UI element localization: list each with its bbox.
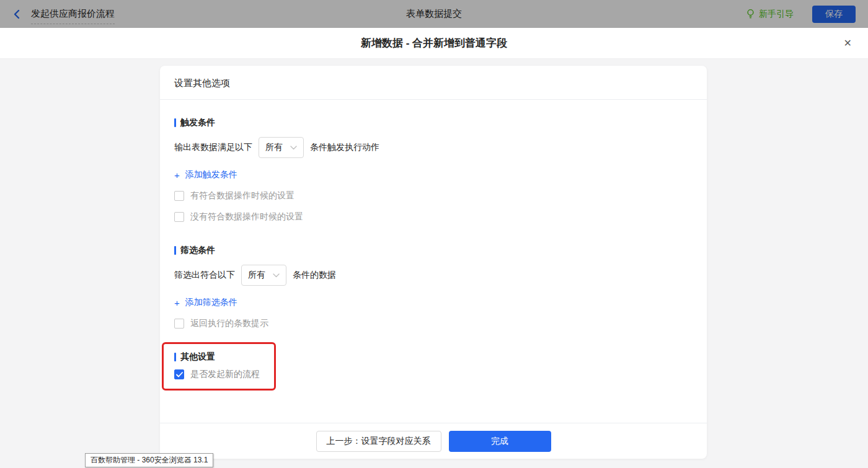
chevron-down-icon (273, 273, 280, 278)
add-trigger-condition-link[interactable]: + 添加触发条件 (174, 169, 237, 180)
accent-bar-icon (174, 246, 176, 255)
checkbox-count-tip-label: 返回执行的条数提示 (190, 318, 268, 329)
save-button[interactable]: 保存 (812, 6, 856, 23)
trigger-section-label: 触发条件 (180, 117, 215, 128)
checkbox-icon (174, 319, 184, 329)
checkbox-has-match[interactable]: 有符合数据操作时候的设置 (174, 190, 294, 201)
filter-condition-row: 筛选出符合以下 所有 条件的数据 (174, 265, 693, 286)
lightbulb-icon (746, 9, 755, 19)
options-card: 设置其他选项 触发条件 输出表数据满足以下 所有 条件触发执行动作 + (160, 66, 707, 459)
trigger-select-value: 所有 (265, 142, 283, 153)
annotation-red-box: 其他设置 是否发起新的流程 (162, 342, 276, 391)
modal-header: 新增数据 - 合并新增到普通字段 ✕ (0, 28, 868, 59)
add-filter-condition-link[interactable]: + 添加筛选条件 (174, 297, 237, 308)
filter-section-label: 筛选条件 (180, 245, 215, 256)
topbar-right: 新手引导 保存 (746, 6, 856, 23)
plus-icon: + (174, 170, 180, 180)
filter-match-select[interactable]: 所有 (241, 265, 286, 286)
card-content: 触发条件 输出表数据满足以下 所有 条件触发执行动作 + 添加触发条件 有符 (160, 100, 707, 423)
other-section-title: 其他设置 (174, 351, 274, 363)
accent-bar-icon (174, 353, 176, 361)
trigger-row-suffix: 条件触发执行动作 (310, 142, 379, 153)
checkbox-no-match[interactable]: 没有符合数据操作时候的设置 (174, 211, 303, 223)
screen: 发起供应商报价流程 表单数据提交 新手引导 保存 新增数据 - 合并新增到普通字… (0, 0, 868, 468)
filter-section-title: 筛选条件 (174, 245, 693, 256)
beginner-guide-button[interactable]: 新手引导 (746, 9, 794, 20)
checkbox-icon (174, 212, 184, 222)
checkbox-start-new-flow[interactable]: 是否发起新的流程 (174, 369, 260, 380)
checkbox-start-new-flow-label: 是否发起新的流程 (190, 369, 260, 380)
trigger-section-title: 触发条件 (174, 117, 693, 128)
card-footer: 上一步：设置字段对应关系 完成 (160, 423, 707, 459)
topbar: 发起供应商报价流程 表单数据提交 新手引导 保存 (0, 0, 868, 28)
previous-step-button[interactable]: 上一步：设置字段对应关系 (316, 431, 441, 452)
topbar-left: 发起供应商报价流程 (12, 6, 115, 22)
plus-icon: + (174, 298, 180, 307)
modal-body: 设置其他选项 触发条件 输出表数据满足以下 所有 条件触发执行动作 + (0, 59, 868, 468)
add-filter-label: 添加筛选条件 (185, 297, 237, 308)
back-icon[interactable] (12, 9, 21, 19)
page-title: 表单数据提交 (0, 8, 868, 20)
checkbox-count-tip[interactable]: 返回执行的条数提示 (174, 318, 268, 329)
modal-title: 新增数据 - 合并新增到普通字段 (361, 36, 507, 50)
card-header: 设置其他选项 (160, 66, 707, 100)
add-trigger-label: 添加触发条件 (185, 169, 237, 180)
accent-bar-icon (174, 118, 176, 127)
checkbox-checked-icon (174, 369, 184, 379)
flow-title[interactable]: 发起供应商报价流程 (31, 8, 115, 24)
filter-row-suffix: 条件的数据 (293, 270, 336, 281)
filter-row-prefix: 筛选出符合以下 (174, 270, 235, 281)
checkbox-icon (174, 191, 184, 201)
chevron-down-icon (290, 146, 297, 150)
checkbox-has-match-label: 有符合数据操作时候的设置 (190, 190, 294, 201)
trigger-condition-row: 输出表数据满足以下 所有 条件触发执行动作 (174, 137, 693, 158)
other-section-label: 其他设置 (180, 351, 215, 363)
checkbox-no-match-label: 没有符合数据操作时候的设置 (190, 211, 303, 223)
guide-label: 新手引导 (759, 9, 794, 20)
trigger-row-prefix: 输出表数据满足以下 (174, 142, 252, 153)
filter-select-value: 所有 (248, 270, 265, 281)
status-tooltip: 百数帮助管理 - 360安全浏览器 13.1 (85, 453, 213, 467)
done-button[interactable]: 完成 (449, 431, 551, 452)
trigger-match-select[interactable]: 所有 (259, 137, 304, 158)
close-icon[interactable]: ✕ (844, 38, 852, 48)
